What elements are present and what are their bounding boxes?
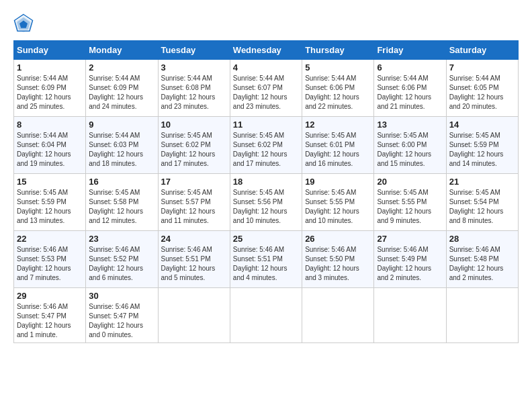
day-number: 15 xyxy=(17,177,83,187)
day-number: 7 xyxy=(449,62,515,73)
calendar-cell: 22 Sunrise: 5:46 AM Sunset: 5:53 PM Dayl… xyxy=(14,231,86,288)
day-number: 5 xyxy=(305,62,371,73)
calendar-cell: 30 Sunrise: 5:46 AM Sunset: 5:47 PM Dayl… xyxy=(86,288,158,343)
day-info: Sunrise: 5:44 AM Sunset: 6:09 PM Dayligh… xyxy=(89,75,143,110)
calendar-cell: 5 Sunrise: 5:44 AM Sunset: 6:06 PM Dayli… xyxy=(302,60,374,117)
day-number: 25 xyxy=(233,234,299,244)
day-number: 22 xyxy=(17,234,83,244)
calendar-cell: 26 Sunrise: 5:46 AM Sunset: 5:50 PM Dayl… xyxy=(302,231,374,288)
day-info: Sunrise: 5:45 AM Sunset: 5:56 PM Dayligh… xyxy=(233,189,287,224)
day-number: 13 xyxy=(377,120,443,130)
calendar-cell: 25 Sunrise: 5:46 AM Sunset: 5:51 PM Dayl… xyxy=(230,231,302,288)
calendar-cell: 3 Sunrise: 5:44 AM Sunset: 6:08 PM Dayli… xyxy=(158,60,230,117)
day-info: Sunrise: 5:45 AM Sunset: 6:02 PM Dayligh… xyxy=(233,132,287,167)
calendar-cell: 10 Sunrise: 5:45 AM Sunset: 6:02 PM Dayl… xyxy=(158,117,230,174)
calendar-cell: 29 Sunrise: 5:46 AM Sunset: 5:47 PM Dayl… xyxy=(14,288,86,343)
day-info: Sunrise: 5:46 AM Sunset: 5:51 PM Dayligh… xyxy=(161,246,216,281)
calendar-cell: 28 Sunrise: 5:46 AM Sunset: 5:48 PM Dayl… xyxy=(446,231,518,288)
day-info: Sunrise: 5:45 AM Sunset: 6:00 PM Dayligh… xyxy=(377,132,431,167)
day-info: Sunrise: 5:44 AM Sunset: 6:06 PM Dayligh… xyxy=(377,75,431,110)
day-info: Sunrise: 5:45 AM Sunset: 5:58 PM Dayligh… xyxy=(89,189,143,224)
calendar-cell: 6 Sunrise: 5:44 AM Sunset: 6:06 PM Dayli… xyxy=(374,60,446,117)
day-number: 20 xyxy=(377,177,443,187)
calendar-header-wednesday: Wednesday xyxy=(230,41,302,60)
calendar-header-row: SundayMondayTuesdayWednesdayThursdayFrid… xyxy=(14,41,519,60)
calendar-cell: 1 Sunrise: 5:44 AM Sunset: 6:09 PM Dayli… xyxy=(14,60,86,117)
day-number: 3 xyxy=(161,62,227,73)
day-info: Sunrise: 5:44 AM Sunset: 6:09 PM Dayligh… xyxy=(17,75,71,110)
day-info: Sunrise: 5:46 AM Sunset: 5:47 PM Dayligh… xyxy=(17,303,71,338)
logo xyxy=(13,13,36,34)
day-number: 30 xyxy=(89,291,154,301)
calendar-week-row: 29 Sunrise: 5:46 AM Sunset: 5:47 PM Dayl… xyxy=(14,288,519,343)
day-number: 11 xyxy=(233,120,299,130)
day-info: Sunrise: 5:46 AM Sunset: 5:48 PM Dayligh… xyxy=(449,246,504,281)
calendar-cell: 17 Sunrise: 5:45 AM Sunset: 5:57 PM Dayl… xyxy=(158,174,230,231)
calendar-week-row: 8 Sunrise: 5:44 AM Sunset: 6:04 PM Dayli… xyxy=(14,117,519,174)
day-number: 24 xyxy=(161,234,227,244)
calendar-header-friday: Friday xyxy=(374,41,446,60)
calendar-cell xyxy=(446,288,518,343)
day-info: Sunrise: 5:46 AM Sunset: 5:52 PM Dayligh… xyxy=(89,246,143,281)
day-info: Sunrise: 5:45 AM Sunset: 5:54 PM Dayligh… xyxy=(449,189,504,224)
calendar-cell xyxy=(158,288,230,343)
calendar-cell: 13 Sunrise: 5:45 AM Sunset: 6:00 PM Dayl… xyxy=(374,117,446,174)
day-info: Sunrise: 5:45 AM Sunset: 6:02 PM Dayligh… xyxy=(161,132,216,167)
calendar-week-row: 15 Sunrise: 5:45 AM Sunset: 5:59 PM Dayl… xyxy=(14,174,519,231)
day-info: Sunrise: 5:44 AM Sunset: 6:03 PM Dayligh… xyxy=(89,132,143,167)
day-number: 29 xyxy=(17,291,83,301)
page-header xyxy=(13,13,519,34)
day-number: 18 xyxy=(233,177,299,187)
day-number: 10 xyxy=(161,120,227,130)
calendar-cell: 27 Sunrise: 5:46 AM Sunset: 5:49 PM Dayl… xyxy=(374,231,446,288)
calendar-cell: 15 Sunrise: 5:45 AM Sunset: 5:59 PM Dayl… xyxy=(14,174,86,231)
calendar-header-thursday: Thursday xyxy=(302,41,374,60)
calendar-header-sunday: Sunday xyxy=(14,41,86,60)
calendar-cell: 4 Sunrise: 5:44 AM Sunset: 6:07 PM Dayli… xyxy=(230,60,302,117)
day-number: 19 xyxy=(305,177,371,187)
day-number: 16 xyxy=(89,177,154,187)
day-info: Sunrise: 5:46 AM Sunset: 5:53 PM Dayligh… xyxy=(17,246,71,281)
calendar-week-row: 22 Sunrise: 5:46 AM Sunset: 5:53 PM Dayl… xyxy=(14,231,519,288)
calendar-table: SundayMondayTuesdayWednesdayThursdayFrid… xyxy=(13,40,519,343)
day-number: 9 xyxy=(89,120,154,130)
calendar-cell xyxy=(230,288,302,343)
day-info: Sunrise: 5:44 AM Sunset: 6:05 PM Dayligh… xyxy=(449,75,504,110)
calendar-cell: 12 Sunrise: 5:45 AM Sunset: 6:01 PM Dayl… xyxy=(302,117,374,174)
calendar-cell: 16 Sunrise: 5:45 AM Sunset: 5:58 PM Dayl… xyxy=(86,174,158,231)
calendar-cell: 18 Sunrise: 5:45 AM Sunset: 5:56 PM Dayl… xyxy=(230,174,302,231)
day-number: 26 xyxy=(305,234,371,244)
calendar-cell: 23 Sunrise: 5:46 AM Sunset: 5:52 PM Dayl… xyxy=(86,231,158,288)
day-number: 8 xyxy=(17,120,83,130)
calendar-cell: 21 Sunrise: 5:45 AM Sunset: 5:54 PM Dayl… xyxy=(446,174,518,231)
calendar-cell: 7 Sunrise: 5:44 AM Sunset: 6:05 PM Dayli… xyxy=(446,60,518,117)
calendar-cell: 19 Sunrise: 5:45 AM Sunset: 5:55 PM Dayl… xyxy=(302,174,374,231)
day-info: Sunrise: 5:46 AM Sunset: 5:50 PM Dayligh… xyxy=(305,246,359,281)
calendar-header-monday: Monday xyxy=(86,41,158,60)
day-info: Sunrise: 5:45 AM Sunset: 6:01 PM Dayligh… xyxy=(305,132,359,167)
day-number: 12 xyxy=(305,120,371,130)
day-info: Sunrise: 5:44 AM Sunset: 6:04 PM Dayligh… xyxy=(17,132,71,167)
day-number: 21 xyxy=(449,177,515,187)
day-info: Sunrise: 5:44 AM Sunset: 6:07 PM Dayligh… xyxy=(233,75,287,110)
calendar-header-saturday: Saturday xyxy=(446,41,518,60)
day-info: Sunrise: 5:45 AM Sunset: 5:55 PM Dayligh… xyxy=(305,189,359,224)
day-number: 28 xyxy=(449,234,515,244)
calendar-cell xyxy=(302,288,374,343)
calendar-cell: 20 Sunrise: 5:45 AM Sunset: 5:55 PM Dayl… xyxy=(374,174,446,231)
day-info: Sunrise: 5:46 AM Sunset: 5:51 PM Dayligh… xyxy=(233,246,287,281)
calendar-cell xyxy=(374,288,446,343)
calendar-cell: 8 Sunrise: 5:44 AM Sunset: 6:04 PM Dayli… xyxy=(14,117,86,174)
day-number: 23 xyxy=(89,234,154,244)
day-number: 4 xyxy=(233,62,299,73)
calendar-cell: 9 Sunrise: 5:44 AM Sunset: 6:03 PM Dayli… xyxy=(86,117,158,174)
day-number: 1 xyxy=(17,62,83,73)
calendar-cell: 11 Sunrise: 5:45 AM Sunset: 6:02 PM Dayl… xyxy=(230,117,302,174)
calendar-cell: 14 Sunrise: 5:45 AM Sunset: 5:59 PM Dayl… xyxy=(446,117,518,174)
day-info: Sunrise: 5:46 AM Sunset: 5:47 PM Dayligh… xyxy=(89,303,143,338)
day-info: Sunrise: 5:45 AM Sunset: 5:59 PM Dayligh… xyxy=(449,132,504,167)
day-info: Sunrise: 5:45 AM Sunset: 5:57 PM Dayligh… xyxy=(161,189,216,224)
day-number: 14 xyxy=(449,120,515,130)
day-info: Sunrise: 5:44 AM Sunset: 6:06 PM Dayligh… xyxy=(305,75,359,110)
day-number: 6 xyxy=(377,62,443,73)
